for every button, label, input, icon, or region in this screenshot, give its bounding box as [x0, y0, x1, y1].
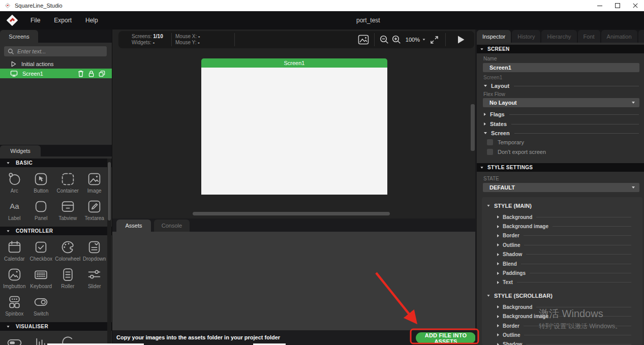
zoom-in-icon[interactable]: [391, 35, 402, 45]
widgets-scrollbar-thumb[interactable]: [108, 162, 111, 221]
initial-actions-row[interactable]: Initial actions: [0, 59, 112, 69]
tab-screens[interactable]: Screens: [0, 30, 38, 43]
widget-switch[interactable]: Switch: [28, 293, 55, 321]
screen-name-input[interactable]: Screen1: [483, 63, 639, 72]
checkbox-icon[interactable]: [487, 149, 493, 155]
widget-section-basic[interactable]: BASIC: [0, 159, 112, 167]
widget-arc[interactable]: Arc: [1, 170, 28, 198]
menubar: FileExportHelp port_test: [0, 11, 644, 29]
style-main-header[interactable]: STYLE (MAIN): [482, 201, 642, 210]
widgets-panel: BASICArcButtonContainerImageAaLabelPanel…: [0, 156, 112, 345]
widget-panel[interactable]: Panel: [28, 198, 55, 225]
maximize-button[interactable]: [608, 0, 626, 11]
widget-calendar[interactable]: Calendar: [1, 238, 28, 266]
flags-section-header[interactable]: Flags: [484, 111, 639, 117]
widget-spinbox[interactable]: Spinbox: [1, 293, 28, 321]
widget-section-controller[interactable]: CONTROLLER: [0, 227, 112, 235]
section-header-screen[interactable]: SCREEN: [477, 45, 644, 53]
style-row-border[interactable]: Border: [482, 321, 642, 330]
widget-keyboard[interactable]: Keyboard: [28, 266, 55, 293]
widget-bar[interactable]: [1, 334, 28, 345]
dont-export-checkbox-row[interactable]: Don't export screen: [487, 148, 546, 155]
flex-flow-dropdown[interactable]: No Layout: [483, 98, 639, 107]
style-row-shadow[interactable]: Shadow: [482, 250, 642, 259]
tab-assets[interactable]: Assets: [116, 219, 151, 232]
minimize-button[interactable]: [591, 0, 608, 11]
style-row-outline[interactable]: Outline: [482, 240, 642, 249]
widget-image[interactable]: Image: [81, 170, 108, 198]
screenshot-icon[interactable]: [358, 35, 369, 45]
widget-label[interactable]: AaLabel: [1, 198, 28, 225]
collapse-triangle-icon: [487, 295, 489, 296]
flex-flow-value: No Layout: [489, 100, 517, 106]
tab-history[interactable]: History: [512, 30, 540, 43]
canvas-vscrollbar[interactable]: [471, 104, 475, 151]
style-row-background[interactable]: Background: [482, 212, 642, 222]
widget-imgbutton[interactable]: Imgbutton: [1, 266, 28, 293]
add-file-into-assets-button[interactable]: ADD FILE INTO ASSETS: [416, 332, 476, 343]
style-row-border[interactable]: Border: [482, 231, 642, 240]
widget-container[interactable]: Container: [54, 170, 81, 198]
layout-section-header[interactable]: Layout: [484, 83, 639, 89]
tab-font[interactable]: Font: [578, 30, 600, 43]
tab-console[interactable]: Console: [154, 219, 190, 232]
expand-triangle-icon: [497, 234, 499, 237]
expand-triangle-icon: [497, 225, 499, 228]
lock-screen-icon[interactable]: [88, 70, 95, 77]
style-row-paddings[interactable]: Paddings: [482, 268, 642, 277]
widget-checkbox[interactable]: Checkbox: [28, 238, 55, 266]
widget-button[interactable]: Button: [28, 170, 55, 198]
widget-roller[interactable]: Roller: [54, 266, 81, 293]
delete-screen-icon[interactable]: [78, 70, 84, 77]
widget-textarea[interactable]: Textarea: [81, 198, 108, 225]
menu-item-file[interactable]: File: [30, 17, 40, 24]
checkbox-icon[interactable]: [487, 139, 493, 145]
design-canvas[interactable]: [201, 68, 387, 195]
tab-animation[interactable]: Animation: [601, 30, 637, 43]
close-button[interactable]: [626, 0, 644, 11]
expand-triangle-icon: [484, 113, 486, 116]
zoom-level-dropdown[interactable]: 100%: [406, 37, 425, 43]
play-button-icon[interactable]: [457, 35, 465, 44]
fit-screen-icon[interactable]: [430, 35, 439, 45]
screen-section-header[interactable]: Screen: [484, 130, 639, 136]
widget-colorwheel[interactable]: Colorwheel: [54, 238, 81, 266]
screens-search-input[interactable]: Enter text...: [4, 46, 107, 56]
assets-drop-area[interactable]: [112, 232, 476, 330]
zoom-out-icon[interactable]: [379, 35, 389, 45]
tab-widgets[interactable]: Widgets: [0, 145, 41, 156]
widget-dropdown[interactable]: Dropdown: [81, 238, 108, 266]
tab-inspector[interactable]: Inspector: [477, 30, 511, 43]
menu-item-help[interactable]: Help: [85, 17, 98, 24]
style-scrollbar-header[interactable]: STYLE (SCROLLBAR): [482, 291, 642, 300]
widget-slider[interactable]: Slider: [81, 266, 108, 293]
duplicate-screen-icon[interactable]: [99, 70, 105, 77]
states-section-header[interactable]: States: [484, 121, 639, 127]
style-row-background-image[interactable]: Background image: [482, 222, 642, 231]
style-row-background[interactable]: Background: [482, 302, 642, 311]
widget-section-visualiser[interactable]: VISUALISER: [0, 322, 112, 331]
widget-tabview[interactable]: Tabview: [54, 198, 81, 225]
widgets-scrollbar-track: [107, 159, 111, 345]
style-row-blend[interactable]: Blend: [482, 259, 642, 268]
canvas-screen-tab[interactable]: Screen1: [201, 58, 387, 68]
textarea-icon: [86, 199, 102, 214]
toolbar-separator: [171, 33, 172, 46]
style-row-outline[interactable]: Outline: [482, 330, 642, 339]
state-dropdown[interactable]: DEFAULT: [483, 183, 639, 192]
tab-themes[interactable]: Themes: [638, 30, 644, 43]
style-row-text[interactable]: Text: [482, 278, 642, 287]
style-row-shadow[interactable]: Shadow: [482, 340, 642, 345]
tab-hierarchy[interactable]: Hierarchy: [541, 30, 576, 43]
screen-list-item[interactable]: Screen1: [0, 69, 112, 78]
slider-icon: [86, 267, 102, 283]
menu-item-export[interactable]: Export: [54, 17, 72, 24]
temporary-checkbox-row[interactable]: Temporary: [487, 139, 524, 146]
expand-triangle-icon: [497, 343, 499, 345]
section-header-style-settings[interactable]: STYLE SETTINGS: [477, 163, 644, 172]
collapse-triangle-icon: [484, 132, 487, 134]
canvas-hscrollbar[interactable]: [193, 212, 390, 215]
toolbar-separator: [234, 33, 235, 46]
zoom-level-value: 100%: [406, 37, 420, 43]
style-row-background-image[interactable]: Background image: [482, 312, 642, 321]
